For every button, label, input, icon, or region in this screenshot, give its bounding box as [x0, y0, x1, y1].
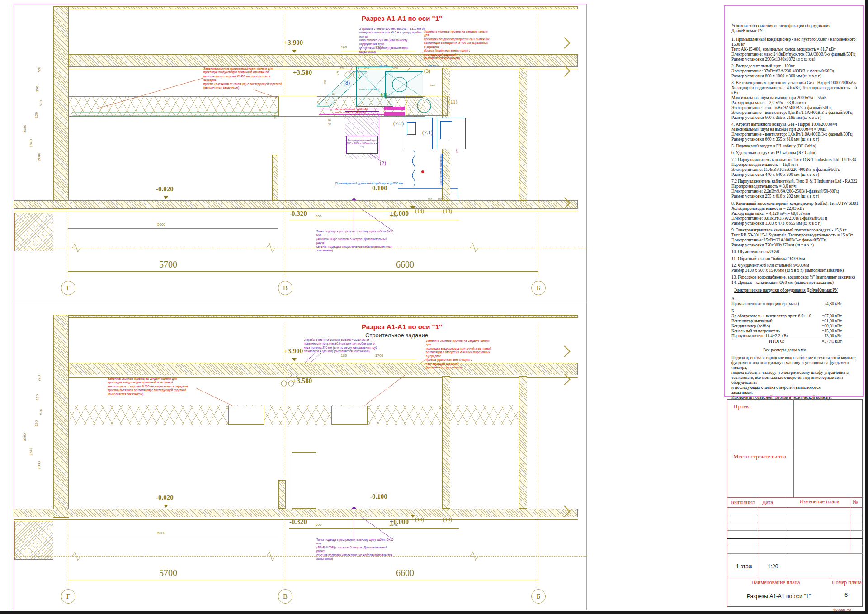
loads-row-a: Промышленный кондиционер (макс) =24,80 к… [731, 302, 854, 307]
soffio-label: soffio UTWSB81 [359, 88, 379, 91]
level-m320-bottom: -0.320 [289, 518, 307, 526]
axis-g-line-bottom [68, 322, 68, 588]
loads-row: Кондиционер (soffio) =00,81 кВт [731, 324, 854, 329]
humidifier-duct-inner [440, 121, 452, 139]
loads-b: Б. [731, 309, 859, 314]
spec-item-8: 8. Канальный высоконапорный кондиционер … [731, 201, 859, 226]
loads-value: =37,41 кВт [822, 339, 854, 344]
dim-3510: 3510 [274, 113, 277, 119]
grid-letter: В [283, 593, 288, 600]
dim-350: 350 [340, 67, 344, 70]
loads-value: =01,00 кВт [822, 319, 854, 324]
tb-line [727, 450, 793, 450]
span-dimline-top [68, 271, 538, 272]
spec-panel: Условные обозначения и спецификация обор… [731, 24, 859, 402]
spec-item-14: 14. Дренаж - канализация Ø50 мм (выполня… [731, 280, 859, 285]
level-3900-top: +3.900 [284, 39, 303, 47]
footing-bottom [14, 521, 53, 560]
tb-project-label: Проект [733, 403, 751, 410]
dimline-5000-top [68, 228, 278, 229]
tag-14-top: (14) [415, 208, 424, 215]
tag-3: (3) [424, 68, 430, 75]
tb-planname-label: Наименование плана [751, 579, 800, 586]
tag-71: (7.1) [422, 129, 433, 136]
annotation-cable-point-bottom: Точка подвода к распределительному щиту … [316, 538, 396, 561]
roof-slab-bottom [53, 315, 578, 318]
section-title-top: Разрез А1-А1 по оси "1" [362, 14, 442, 22]
grid-letter: Б [537, 284, 541, 292]
footing-top [14, 213, 53, 251]
tag-14-bottom: (14) [415, 516, 424, 523]
tb-plannum-label: Номер плана [832, 579, 862, 586]
spec-item-4: 4. Агрегат вытяжного воздуха Gea - Happe… [731, 122, 859, 142]
tb-line [850, 497, 850, 553]
span-dimline-bottom [68, 580, 538, 580]
level-m020-bottom: -0.020 [156, 494, 174, 501]
drawing-sheet: 5700 6600 Г В Б Разрез А1-А1 по оси "1" … [0, 0, 868, 614]
dim-200: 200 [438, 198, 442, 201]
label-drain-pipe: Проектируемый дренажный трубопровод Ø50 … [335, 182, 403, 185]
spec-item-7-1: 7.1 Пароувлажнитель канальный. Тип: D & … [731, 157, 859, 177]
spec-footer: Подвод дренажа и городское водоснабжение… [731, 355, 859, 400]
loads-label: ИТОГО: [731, 339, 822, 344]
dimline-600-2241-bottom [289, 528, 459, 529]
annotation-cable-tray: Лоток кабельный AL 500х50 мм по оси +3.5… [335, 108, 376, 114]
spec-item-6: 6. Удаляемый воздух из РЧ-кабины (RF Cab… [731, 151, 859, 156]
span2-dim-top: 6600 [396, 260, 414, 270]
duct-bar-1 [384, 107, 405, 110]
spec-item-1: 1. Промышленный кондиционер - вес пустог… [731, 37, 859, 62]
leftdim-6-top: 2000 [37, 153, 41, 161]
tb-line [727, 497, 863, 498]
wall-2-top [519, 68, 527, 200]
ceiling-line-top [69, 69, 578, 69]
level-mark [164, 196, 168, 199]
level-mark [292, 50, 297, 53]
section-title-bottom: Разрез А1-А1 по оси "1" [362, 323, 442, 331]
span1-dim-top: 5700 [159, 260, 177, 270]
spec-item-11: 11. Обратный клапан "бабочка" Ø350мм [731, 256, 859, 261]
tb-line [727, 507, 863, 508]
tag-72: (7.2) [393, 120, 404, 127]
loads-row: Пароувлажнитель 11,4+2,2 кВт =13,60 кВт [731, 334, 854, 339]
level-mark [410, 515, 415, 518]
dim-600-top: 600 [316, 214, 321, 218]
axis-b-line-top [538, 14, 538, 279]
loads-value: =07,00 кВт [822, 314, 854, 319]
spec-item-2: 2. Распределительный щит - 100кг Электро… [731, 64, 859, 79]
level-mark [410, 206, 415, 209]
fan-opening-1 [228, 406, 264, 425]
tb-line [830, 578, 830, 607]
dim-1700-bottom: 1700 [375, 354, 383, 358]
grid-letter: В [283, 284, 288, 292]
exhaust-unit-box [278, 96, 317, 117]
leftdim-4-bottom: 3580 [23, 433, 27, 441]
tb-scale-value: 1:20 [768, 563, 778, 570]
level-m020-top: -0.020 [156, 185, 174, 193]
pier-top [272, 155, 278, 200]
leftdim-0-top: 720 [37, 67, 41, 73]
panel-label: Распределительный щит 800 х 1000 х 300мм… [347, 136, 377, 148]
dim-120: 120 [332, 91, 335, 95]
dim-600-bottom: 600 [316, 523, 321, 527]
tag-11: (11) [448, 99, 458, 105]
axis-v-line-bottom [285, 322, 285, 588]
annotation-cable-point-top: Точка подвода к распределительному щиту … [316, 230, 396, 253]
floor-slab-bottom [14, 509, 578, 517]
loads-label: Вентилятор вытяжной [731, 319, 822, 324]
leftdim-3-top: 120 [34, 112, 38, 118]
tb-row-line [727, 530, 863, 531]
loads-header: Электрические нагрузки оборудования Дойч… [734, 288, 859, 293]
supply-unit-box [385, 71, 423, 98]
loads-row: Эл.обогреватель + вентилятор прит. 6.0+1… [731, 314, 854, 319]
dim-50b: 50 [328, 123, 331, 126]
annotation-window-exhaust-bottom: Заменить оконные проемы на сэндвич панел… [108, 377, 198, 396]
dimline-5000-bottom [68, 537, 278, 537]
loads-label: Эл.обогреватель + вентилятор прит. 6.0+1… [731, 314, 822, 319]
level-3580-top: +3.580 [293, 69, 312, 76]
tb-row-line-thick [727, 538, 863, 539]
grid-letter: Г [66, 593, 71, 600]
dim-5000-bottom: 5000 [157, 531, 165, 535]
leftdim-5-top: 2640 [29, 139, 33, 147]
tb-location-label: Место строительства [733, 453, 786, 460]
axis-g-line-top [68, 14, 68, 279]
